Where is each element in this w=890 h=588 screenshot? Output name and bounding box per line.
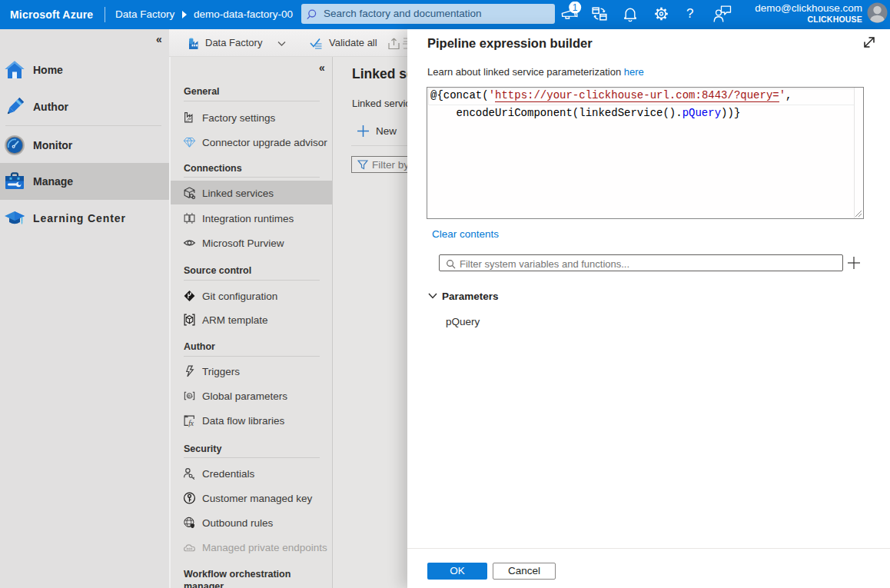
- svg-text:1: 1: [573, 2, 578, 13]
- svg-text:fx: fx: [188, 418, 194, 427]
